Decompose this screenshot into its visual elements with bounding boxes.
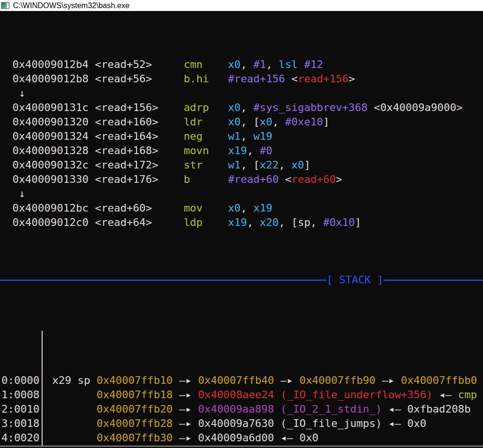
text-segment-fg: 0x400090131c <read+156> bbox=[12, 101, 184, 113]
text-segment-fg: <0x40009a9000> bbox=[368, 101, 463, 113]
text-segment-reg: x0 bbox=[228, 58, 241, 70]
text-segment-imm: #read+156 bbox=[228, 73, 285, 85]
text-segment-fg: —▸ 0x40009a7630 (_IO_file_jumps) ◂— 0x0 bbox=[173, 417, 427, 429]
text-segment-imm: #0x10 bbox=[323, 216, 355, 228]
text-segment-fg: 0x4000901328 <read+168> bbox=[12, 145, 184, 157]
text-segment-mn: neg bbox=[184, 130, 228, 142]
text-segment-fg: 2:0010 bbox=[1, 403, 39, 415]
text-segment-red: 0x40008aee24 (_IO_file_underflow+356) bbox=[198, 389, 433, 401]
stack-row: 3:0018 0x40007ffb28 —▸ 0x40009a7630 (_IO… bbox=[0, 416, 483, 431]
title-bar[interactable]: C:\WINDOWS\system32\bash.exe bbox=[0, 0, 483, 11]
stack-row: 1:0008 0x40007ffb18 —▸ 0x40008aee24 (_IO… bbox=[0, 388, 483, 402]
text-segment-red: read+156 bbox=[298, 73, 348, 85]
text-segment-reg: x19 bbox=[228, 216, 247, 228]
disasm-line: 0x4000901320 <read+160> ldr x0, [x0, #0x… bbox=[0, 115, 483, 129]
text-segment-fg: , bbox=[279, 159, 292, 171]
stack-section-title: [ STACK ] bbox=[326, 273, 383, 287]
stack-column-separator bbox=[42, 331, 43, 448]
disasm-line: ↓ bbox=[0, 187, 483, 201]
text-segment-yel: 0x40007ffb40 bbox=[198, 374, 274, 386]
text-segment-fg: —▸ bbox=[173, 403, 198, 415]
text-segment-imm: #sys_sigabbrev+368 bbox=[253, 101, 367, 113]
text-segment-fg: 0x400090132c <read+172> bbox=[12, 159, 184, 171]
text-segment-fg: ↓ bbox=[12, 188, 25, 200]
text-segment-reg: x20 bbox=[260, 216, 279, 228]
text-segment-mn: b.hi bbox=[184, 73, 228, 85]
disasm-line: ↓ bbox=[0, 86, 483, 101]
divider-line bbox=[383, 280, 483, 281]
disasm-line: 0x400090132c <read+172> str w1, [x22, x0… bbox=[0, 158, 483, 172]
text-segment-fg bbox=[52, 417, 97, 429]
text-segment-yel: 0x40007ffbb0 bbox=[401, 374, 477, 386]
text-segment-fg: ◂— bbox=[433, 389, 458, 401]
text-segment-fg: 0x40009012b4 <read+52> bbox=[12, 58, 184, 70]
text-segment-fg: —▸ bbox=[376, 374, 401, 386]
bash-app-icon bbox=[1, 2, 10, 9]
text-segment-fg: , [ bbox=[241, 159, 260, 171]
text-segment-fg: —▸ bbox=[173, 374, 198, 386]
text-segment-reg: w1 bbox=[228, 130, 241, 142]
text-segment-fg: 0x4000901330 <read+176> bbox=[12, 173, 184, 185]
text-segment-fg: , bbox=[266, 58, 279, 70]
text-segment-fg: 3:0018 bbox=[1, 417, 39, 429]
text-segment-yel: 0x40007ffb90 bbox=[300, 374, 376, 386]
text-segment-imm: #0xe10 bbox=[285, 116, 323, 128]
text-segment-fg: , bbox=[241, 58, 254, 70]
text-segment-fg: ] bbox=[355, 216, 361, 228]
window-title: C:\WINDOWS\system32\bash.exe bbox=[13, 1, 130, 10]
text-segment-fg: , bbox=[241, 101, 254, 113]
text-segment-fg: , [sp, bbox=[279, 216, 323, 228]
text-segment-reg: x19 bbox=[253, 202, 272, 214]
text-segment-fg bbox=[52, 389, 97, 401]
divider-line bbox=[0, 280, 326, 281]
disasm-line: 0x40009012b4 <read+52> cmn x0, #1, lsl #… bbox=[0, 57, 483, 72]
text-segment-fg: 0x40009012bc <read+60> bbox=[12, 202, 184, 214]
text-segment-fg: ] bbox=[304, 159, 310, 171]
text-segment-reg: x19 bbox=[228, 145, 247, 157]
text-segment-fg: , [ bbox=[241, 116, 260, 128]
text-segment-fg: —▸ bbox=[173, 389, 198, 401]
text-segment-mn: b bbox=[184, 173, 228, 185]
text-segment-imm: #1 bbox=[253, 58, 266, 70]
text-segment-fg: 0x4000901320 <read+160> bbox=[12, 116, 184, 128]
stack-section-divider: [ STACK ] bbox=[0, 273, 483, 287]
text-segment-fg: —▸ 0x40009a6d00 ◂— 0x0 bbox=[173, 432, 319, 444]
text-segment-mn: str bbox=[184, 159, 228, 171]
text-segment-fg: > bbox=[348, 73, 355, 85]
text-segment-fg: , bbox=[247, 216, 260, 228]
text-segment-fg: 0x4000901324 <read+164> bbox=[12, 130, 184, 142]
text-segment-reg: w1 bbox=[228, 159, 241, 171]
text-segment-mn: adrp bbox=[184, 101, 228, 113]
window-bottom-edge bbox=[0, 446, 483, 448]
text-segment-fg: , bbox=[247, 145, 260, 157]
text-segment-reg: x0 bbox=[228, 116, 241, 128]
text-segment-fg: —▸ bbox=[274, 374, 300, 386]
text-segment-fg: 0x40009012b8 <read+56> bbox=[12, 73, 184, 85]
text-segment-fg: — bbox=[477, 374, 483, 386]
text-segment-imm: #read+60 bbox=[228, 173, 279, 185]
text-segment-reg: x0 bbox=[292, 159, 304, 171]
text-segment-mn: movn bbox=[184, 145, 228, 157]
text-segment-fg bbox=[52, 432, 97, 444]
text-segment-fg: 1:0008 bbox=[1, 389, 39, 401]
text-segment-yel: 0x40007ffb30 bbox=[97, 432, 173, 444]
text-segment-yel: 0x40007ffb28 bbox=[97, 417, 173, 429]
text-segment-yel: 0x40007ffb18 bbox=[97, 389, 173, 401]
text-segment-mag: 0x40009aa898 (_IO_2_1_stdin_) bbox=[198, 403, 382, 415]
text-segment-reg: x22 bbox=[260, 159, 279, 171]
text-segment-mn: ldp bbox=[184, 216, 228, 228]
stack-row: 0:0000 x29 sp 0x40007ffb10 —▸ 0x40007ffb… bbox=[0, 373, 483, 388]
text-segment-mn: cmp bbox=[458, 389, 477, 401]
text-segment-reg: w19 bbox=[253, 130, 272, 142]
text-segment-fg: ◂— 0xfbad208b bbox=[382, 403, 471, 415]
text-segment-mn: cmn bbox=[184, 58, 228, 70]
stack-row: 4:0020 0x40007ffb30 —▸ 0x40009a6d00 ◂— 0… bbox=[0, 431, 483, 445]
terminal-screen[interactable]: 0x40009012b4 <read+52> cmn x0, #1, lsl #… bbox=[0, 11, 483, 448]
text-segment-imm: #0 bbox=[260, 145, 273, 157]
disasm-line: 0x40009012c0 <read+64> ldp x19, x20, [sp… bbox=[0, 215, 483, 230]
stack-row: 2:0010 0x40007ffb20 —▸ 0x40009aa898 (_IO… bbox=[0, 402, 483, 416]
text-segment-reg: x0 bbox=[228, 202, 241, 214]
text-segment-fg: < bbox=[279, 173, 292, 185]
text-segment-fg: x29 sp bbox=[52, 374, 97, 386]
text-segment-fg: 0x40009012c0 <read+64> bbox=[12, 216, 184, 228]
